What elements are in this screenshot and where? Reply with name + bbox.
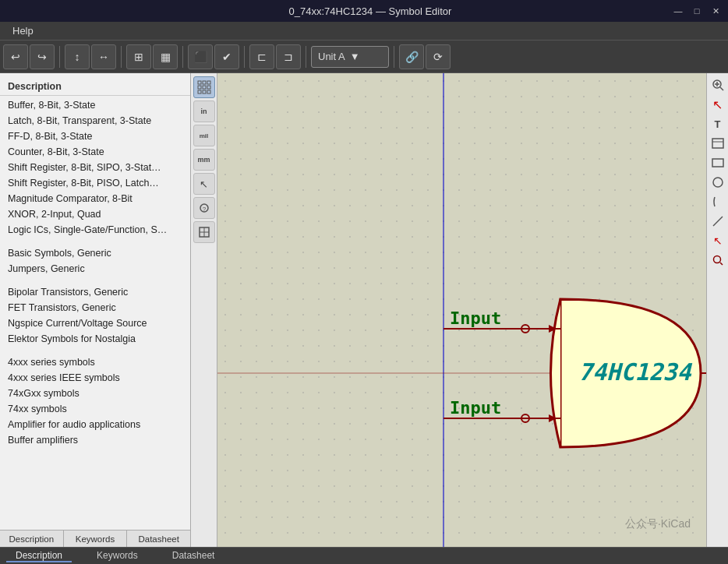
rect-icon[interactable] (709, 154, 726, 171)
sync-button[interactable]: ⟳ (426, 44, 451, 69)
arc-icon[interactable] (709, 193, 726, 210)
maximize-button[interactable]: □ (691, 5, 703, 17)
status-tab-description[interactable]: Description (6, 550, 72, 562)
pointer-icon[interactable]: ↖ (193, 173, 215, 195)
link-button[interactable]: 🔗 (399, 44, 424, 69)
wire2-button[interactable]: ⊐ (276, 44, 301, 69)
status-tab-datasheet[interactable]: Datasheet (163, 550, 224, 562)
svg-text:?: ? (202, 206, 206, 213)
svg-rect-36 (712, 139, 723, 148)
minimize-button[interactable]: — (672, 5, 684, 17)
pin-tool-icon[interactable]: ? (193, 197, 215, 219)
svg-rect-6 (198, 90, 201, 93)
svg-rect-7 (203, 90, 206, 93)
list-item[interactable]: Amplifier for audio applications (0, 417, 190, 432)
list-item[interactable]: XNOR, 2-Input, Quad (0, 206, 190, 222)
main-area: Description Buffer, 8-Bit, 3-State Latch… (0, 73, 728, 547)
bottom-tabs: Description Keywords Datasheet (0, 530, 190, 547)
canvas[interactable]: Input Input Output 74HC1234 公众号·KiCad (217, 73, 706, 547)
list-item[interactable]: Logic ICs, Single-Gate/Function, S… (0, 222, 190, 238)
canvas-svg: Input Input Output 74HC1234 (217, 73, 706, 547)
menubar: Help (0, 22, 728, 41)
line-icon[interactable] (709, 213, 726, 230)
toolbar-separator-6 (394, 46, 394, 68)
svg-text:Input: Input (450, 308, 501, 328)
list-item[interactable]: Elektor Symbols for Nostalgia (0, 331, 190, 347)
svg-rect-5 (207, 86, 210, 89)
list-item[interactable]: Latch, 8-Bit, Transparent, 3-State (0, 113, 190, 129)
window-title: 0_74xx:74HC1234 — Symbol Editor (69, 5, 672, 17)
wire1-button[interactable]: ⊏ (249, 44, 274, 69)
svg-rect-4 (203, 86, 206, 89)
left-icon-bar: in mil mm ↖ ? (191, 73, 217, 547)
text-icon[interactable]: T (709, 115, 726, 132)
svg-rect-2 (207, 81, 210, 84)
list-item[interactable]: 74xx symbols (0, 401, 190, 417)
mil-unit-icon[interactable]: mil (193, 125, 215, 146)
list-item[interactable]: 4xxx series IEEE symbols (0, 370, 190, 386)
watermark: 公众号·KiCad (625, 517, 691, 531)
undo-button[interactable]: ↩ (3, 44, 28, 69)
check-button[interactable]: ✔ (214, 44, 239, 69)
list-item[interactable]: Magnitude Comparator, 8-Bit (0, 191, 190, 206)
svg-point-39 (713, 178, 723, 187)
list-item[interactable]: Buffer, 8-Bit, 3-State (0, 97, 190, 113)
field1-button[interactable]: ⬛ (188, 44, 213, 69)
right-icon-bar: ↖ T ↖ (706, 73, 728, 547)
close-button[interactable]: ✕ (709, 5, 722, 17)
list-item[interactable]: 4xxx series symbols (0, 354, 190, 370)
svg-rect-0 (198, 81, 201, 84)
circle-icon[interactable] (709, 174, 726, 191)
block-icon[interactable] (193, 221, 215, 243)
mirror-y-button[interactable]: ↔ (91, 44, 116, 69)
cursor-icon[interactable]: ↖ (709, 96, 726, 113)
titlebar: 0_74xx:74HC1234 — Symbol Editor — □ ✕ (0, 0, 728, 22)
grid-button[interactable]: ⊞ (126, 44, 151, 69)
toolbar-separator-5 (306, 46, 306, 68)
zoom-in-icon[interactable] (709, 76, 726, 93)
list-item[interactable]: Shift Register, 8-Bit, SIPO, 3-Stat… (0, 160, 190, 175)
menu-help[interactable]: Help (5, 25, 41, 37)
tab-description[interactable]: Description (0, 531, 64, 547)
list-item[interactable]: Ngspice Current/Voltage Source (0, 315, 190, 331)
svg-point-41 (713, 256, 720, 263)
status-tab-keywords[interactable]: Keywords (87, 550, 147, 562)
zoom-icon[interactable] (709, 252, 726, 269)
list-header: Description (0, 76, 190, 96)
list-item[interactable]: FF-D, 8-Bit, 3-State (0, 129, 190, 144)
mirror-x-button[interactable]: ↕ (65, 44, 90, 69)
table-button[interactable]: ▦ (153, 44, 178, 69)
toolbar-separator-3 (182, 46, 183, 68)
svg-line-42 (720, 263, 723, 265)
left-panel: Description Buffer, 8-Bit, 3-State Latch… (0, 73, 191, 547)
statusbar: Description Keywords Datasheet (0, 547, 728, 564)
svg-rect-3 (198, 86, 201, 89)
tab-keywords[interactable]: Keywords (64, 531, 128, 547)
list-item[interactable]: Bipolar Transistors, Generic (0, 284, 190, 300)
list-item[interactable]: Jumpers, Generic (0, 261, 190, 277)
unit-selector[interactable]: Unit A ▼ (311, 46, 389, 68)
field-icon[interactable] (709, 135, 726, 152)
svg-line-40 (713, 217, 723, 226)
grid-icon[interactable] (193, 76, 215, 98)
unit-label: Unit A (318, 51, 345, 62)
select-icon[interactable]: ↖ (709, 232, 726, 249)
svg-rect-8 (207, 90, 210, 93)
inch-unit-icon[interactable]: in (193, 100, 215, 122)
unit-dropdown-arrow[interactable]: ▼ (350, 51, 360, 62)
list-item[interactable]: Counter, 8-Bit, 3-State (0, 144, 190, 160)
list-item[interactable]: Shift Register, 8-Bit, PISO, Latch… (0, 175, 190, 191)
svg-text:74HC1234: 74HC1234 (578, 358, 692, 386)
mm-unit-icon[interactable]: mm (193, 149, 215, 171)
tab-datasheet[interactable]: Datasheet (127, 531, 190, 547)
list-spacer (0, 277, 190, 284)
list-item[interactable]: FET Transistors, Generic (0, 300, 190, 315)
list-item[interactable]: Buffer amplifiers (0, 432, 190, 448)
toolbar-separator-1 (59, 46, 60, 68)
toolbar: ↩ ↪ ↕ ↔ ⊞ ▦ ⬛ ✔ ⊏ ⊐ Unit A ▼ 🔗 ⟳ (0, 41, 728, 73)
svg-text:Input: Input (450, 398, 501, 418)
list-item[interactable]: Basic Symbols, Generic (0, 245, 190, 261)
list-item[interactable]: 74xGxx symbols (0, 386, 190, 401)
window-controls[interactable]: — □ ✕ (672, 5, 722, 17)
redo-button[interactable]: ↪ (30, 44, 55, 69)
